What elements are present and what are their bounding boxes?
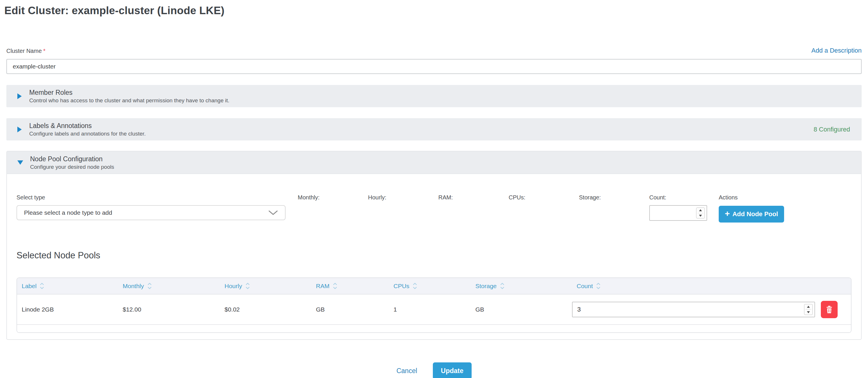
cancel-button[interactable]: Cancel xyxy=(396,367,417,375)
column-header-text: RAM xyxy=(316,283,330,289)
cell-label: Linode 2GB xyxy=(17,306,118,313)
cluster-name-label-group: Cluster Name* xyxy=(6,48,45,54)
section-labels-annotations-text: Labels & Annotations Configure labels an… xyxy=(29,122,146,137)
ram-column: RAM: xyxy=(438,194,509,205)
collapsed-arrow-icon xyxy=(18,127,22,132)
section-member-roles-text: Member Roles Control who has access to t… xyxy=(29,89,229,104)
count-stepper xyxy=(649,205,707,221)
update-button[interactable]: Update xyxy=(433,363,472,378)
chevron-down-icon xyxy=(268,210,278,215)
section-title: Node Pool Configuration xyxy=(30,155,114,163)
table-header-row: Label Monthly Hourly RAM xyxy=(17,278,851,295)
count-spinner[interactable] xyxy=(696,207,705,218)
cpus-column: CPUs: xyxy=(509,194,579,205)
page-title: Edit Cluster: example-cluster (Linode LK… xyxy=(4,4,862,18)
column-header-hourly[interactable]: Hourly xyxy=(220,282,311,290)
cluster-name-label: Cluster Name xyxy=(6,48,42,54)
column-header-label[interactable]: Label xyxy=(17,282,118,290)
hourly-label: Hourly: xyxy=(368,194,438,201)
collapsed-arrow-icon xyxy=(18,93,22,99)
edit-cluster-page: Edit Cluster: example-cluster (Linode LK… xyxy=(0,0,868,378)
cell-storage: GB xyxy=(471,306,572,313)
spinner-down-icon xyxy=(807,311,810,313)
sort-icon xyxy=(245,282,250,290)
spinner-divider xyxy=(806,309,811,310)
add-node-pool-button[interactable]: + Add Node Pool xyxy=(719,206,784,222)
spinner-up-icon xyxy=(807,306,810,308)
configured-count-badge: 8 Configured xyxy=(814,126,850,133)
column-header-text: Monthly xyxy=(123,283,144,289)
section-subtitle: Control who has access to the cluster an… xyxy=(29,97,229,104)
cluster-name-input[interactable] xyxy=(6,59,862,74)
spinner-divider xyxy=(698,213,703,213)
section-labels-annotations[interactable]: Labels & Annotations Configure labels an… xyxy=(6,118,862,140)
footer-actions: Cancel Update xyxy=(6,363,862,378)
table-footer-strip xyxy=(17,325,851,332)
sort-icon xyxy=(40,282,44,290)
selected-node-pools-heading: Selected Node Pools xyxy=(17,250,851,261)
node-pool-panel-body: Select type Please select a node type to… xyxy=(7,174,861,339)
expanded-arrow-icon xyxy=(18,161,23,165)
add-description-link[interactable]: Add a Description xyxy=(811,47,862,54)
column-header-text: Storage xyxy=(475,283,497,289)
actions-label: Actions xyxy=(719,194,851,201)
sort-icon xyxy=(500,282,505,290)
actions-column: Actions + Add Node Pool xyxy=(719,194,851,222)
cell-monthly: $12.00 xyxy=(118,306,220,313)
cell-cpus: 1 xyxy=(389,306,471,313)
section-title: Labels & Annotations xyxy=(29,122,146,130)
column-header-text: Hourly xyxy=(224,283,242,289)
selected-node-pools-table: Label Monthly Hourly RAM xyxy=(17,277,851,333)
column-header-cpus[interactable]: CPUs xyxy=(389,282,471,290)
trash-icon xyxy=(825,305,833,314)
spinner-down-icon xyxy=(699,215,702,217)
table-row: Linode 2GB $12.00 $0.02 GB 1 GB xyxy=(17,295,851,325)
select-type-label: Select type xyxy=(17,194,286,201)
cpus-label: CPUs: xyxy=(509,194,579,201)
node-type-select-value: Please select a node type to add xyxy=(24,209,112,216)
node-pool-configuration-panel: Node Pool Configuration Configure your d… xyxy=(6,151,862,340)
node-type-select[interactable]: Please select a node type to add xyxy=(17,205,286,220)
cell-actions xyxy=(817,301,851,318)
column-header-text: CPUs xyxy=(394,283,409,289)
column-header-ram[interactable]: RAM xyxy=(311,282,389,290)
section-node-pool-configuration[interactable]: Node Pool Configuration Configure your d… xyxy=(7,151,861,174)
section-node-pool-text: Node Pool Configuration Configure your d… xyxy=(30,155,114,170)
required-asterisk: * xyxy=(43,48,45,54)
section-title: Member Roles xyxy=(29,89,229,97)
storage-label: Storage: xyxy=(579,194,649,201)
hourly-column: Hourly: xyxy=(368,194,438,205)
row-count-input[interactable] xyxy=(572,302,814,317)
add-node-pool-form-row: Select type Please select a node type to… xyxy=(17,194,851,222)
select-type-column: Select type Please select a node type to… xyxy=(17,194,286,220)
monthly-label: Monthly: xyxy=(298,194,368,201)
cell-hourly: $0.02 xyxy=(220,306,311,313)
cluster-name-header: Cluster Name* Add a Description xyxy=(6,47,862,54)
ram-label: RAM: xyxy=(438,194,509,201)
spinner-up-icon xyxy=(699,209,702,211)
column-header-storage[interactable]: Storage xyxy=(471,282,572,290)
monthly-column: Monthly: xyxy=(298,194,368,205)
count-column: Count: xyxy=(649,194,719,221)
column-header-text: Count xyxy=(577,283,593,289)
cell-ram: GB xyxy=(311,306,389,313)
column-header-text: Label xyxy=(22,283,36,289)
section-member-roles[interactable]: Member Roles Control who has access to t… xyxy=(6,85,862,107)
sort-icon xyxy=(596,282,601,290)
row-count-stepper xyxy=(572,302,815,317)
sort-icon xyxy=(147,282,152,290)
delete-node-pool-button[interactable] xyxy=(821,301,838,318)
section-subtitle: Configure labels and annotations for the… xyxy=(29,131,146,137)
sort-icon xyxy=(333,282,337,290)
column-header-monthly[interactable]: Monthly xyxy=(118,282,220,290)
sort-icon xyxy=(412,282,417,290)
section-subtitle: Configure your desired node pools xyxy=(30,164,114,170)
storage-column: Storage: xyxy=(579,194,649,205)
cell-count xyxy=(572,302,817,317)
column-header-count[interactable]: Count xyxy=(572,282,817,290)
row-count-spinner[interactable] xyxy=(804,304,813,315)
count-label: Count: xyxy=(649,194,719,201)
add-node-pool-button-label: Add Node Pool xyxy=(732,210,778,218)
plus-icon: + xyxy=(725,209,730,218)
